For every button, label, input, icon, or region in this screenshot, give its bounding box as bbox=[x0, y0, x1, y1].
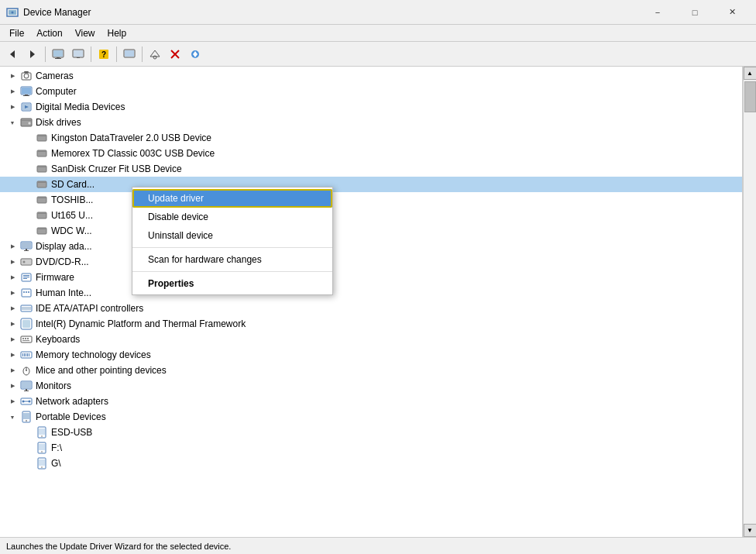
tree-expand-digital-media[interactable]: ▶ bbox=[6, 101, 19, 113]
context-menu-item-properties[interactable]: Properties bbox=[132, 274, 332, 293]
context-menu-item-disable-device[interactable]: Disable device bbox=[132, 208, 332, 226]
tree-expand-ide-ata[interactable]: ▶ bbox=[6, 302, 19, 315]
svg-rect-39 bbox=[38, 167, 46, 167]
svg-rect-82 bbox=[22, 382, 31, 388]
toolbar-remove-btn[interactable] bbox=[166, 45, 184, 64]
tree-expand-computer[interactable]: ▶ bbox=[6, 85, 19, 98]
svg-rect-35 bbox=[38, 136, 46, 136]
tree-icon-computer bbox=[20, 85, 33, 98]
toolbar-help-btn[interactable]: ? bbox=[94, 45, 113, 64]
device-tree[interactable]: ▶Cameras▶Computer▶Digital Media Devices▼… bbox=[0, 67, 743, 537]
maximize-button[interactable]: □ bbox=[677, 2, 713, 23]
tree-label-wdc: WDC W... bbox=[51, 225, 92, 236]
tree-item-sdcard[interactable]: SD Card... bbox=[0, 177, 742, 192]
scroll-down-btn[interactable]: ▼ bbox=[744, 524, 757, 537]
toolbar-sep-2 bbox=[91, 46, 91, 62]
tree-item-intel-dynamic[interactable]: ▶Intel(R) Dynamic Platform and Thermal F… bbox=[0, 316, 742, 332]
context-menu-item-update-driver[interactable]: Update driver bbox=[132, 189, 332, 208]
tree-expand-keyboards[interactable]: ▶ bbox=[6, 333, 19, 346]
tree-expand-monitors[interactable]: ▶ bbox=[6, 380, 19, 392]
tree-item-toshib[interactable]: TOSHIB... bbox=[0, 192, 742, 208]
tree-expand-firmware[interactable]: ▶ bbox=[6, 271, 19, 284]
svg-rect-8 bbox=[55, 58, 61, 59]
toolbar-btn-3[interactable] bbox=[49, 45, 67, 64]
tree-label-kingston: Kingston DataTraveler 2.0 USB Device bbox=[51, 132, 211, 143]
menu-bar: File Action View Help bbox=[0, 25, 756, 42]
minimize-button[interactable]: − bbox=[640, 2, 675, 23]
svg-rect-50 bbox=[26, 249, 27, 250]
tree-expand-cameras[interactable]: ▶ bbox=[6, 70, 19, 82]
svg-point-88 bbox=[29, 401, 31, 403]
tree-expand-dvdcd[interactable]: ▶ bbox=[6, 256, 19, 268]
tree-item-g-drive[interactable]: G\ bbox=[0, 456, 742, 471]
menu-view[interactable]: View bbox=[69, 26, 101, 40]
tree-item-memory-tech[interactable]: ▶Memory technology devices bbox=[0, 347, 742, 363]
tree-item-monitors[interactable]: ▶Monitors bbox=[0, 378, 742, 394]
toolbar-sep-3 bbox=[116, 46, 117, 62]
tree-label-cameras: Cameras bbox=[36, 71, 74, 81]
context-menu-item-uninstall-device[interactable]: Uninstall device bbox=[132, 226, 332, 245]
tree-item-display-ada[interactable]: ▶Display ada... bbox=[0, 239, 742, 254]
tree-item-wdc[interactable]: WDC W... bbox=[0, 223, 742, 239]
scroll-up-btn[interactable]: ▲ bbox=[744, 67, 757, 80]
toolbar-btn-4[interactable] bbox=[69, 45, 88, 64]
tree-item-disk-drives[interactable]: ▼Disk drives bbox=[0, 115, 742, 130]
tree-expand-network[interactable]: ▶ bbox=[6, 395, 19, 408]
tree-item-keyboards[interactable]: ▶Keyboards bbox=[0, 332, 742, 347]
tree-expand-memory-tech[interactable]: ▶ bbox=[6, 349, 19, 361]
menu-help[interactable]: Help bbox=[101, 26, 133, 40]
context-menu-item-scan-hardware[interactable]: Scan for hardware changes bbox=[132, 250, 332, 269]
svg-rect-74 bbox=[24, 353, 25, 356]
tree-expand-human-interface[interactable]: ▶ bbox=[6, 287, 19, 299]
tree-item-dvdcd[interactable]: ▶DVD/CD-R... bbox=[0, 254, 742, 270]
menu-file[interactable]: File bbox=[3, 26, 30, 40]
tree-item-esd-usb[interactable]: ESD-USB bbox=[0, 425, 742, 440]
forward-button[interactable] bbox=[23, 45, 42, 64]
main-area: ▶Cameras▶Computer▶Digital Media Devices▼… bbox=[0, 67, 756, 537]
svg-point-54 bbox=[23, 261, 26, 263]
tree-item-human-interface[interactable]: ▶Human Inte... bbox=[0, 285, 742, 301]
svg-rect-57 bbox=[23, 277, 29, 277]
svg-rect-93 bbox=[39, 428, 45, 435]
close-button[interactable]: ✕ bbox=[714, 2, 750, 23]
scrollbar[interactable]: ▲ ▼ bbox=[743, 67, 756, 537]
tree-item-firmware[interactable]: ▶Firmware bbox=[0, 270, 742, 285]
svg-rect-70 bbox=[27, 338, 29, 339]
svg-rect-43 bbox=[38, 198, 46, 198]
menu-action[interactable]: Action bbox=[30, 26, 68, 40]
tree-item-ut165[interactable]: Ut165 U... bbox=[0, 208, 742, 223]
tree-item-portable[interactable]: ▼Portable Devices bbox=[0, 409, 742, 425]
svg-rect-75 bbox=[26, 353, 26, 356]
tree-label-memorex: Memorex TD Classic 003C USB Device bbox=[51, 148, 215, 159]
tree-label-computer: Computer bbox=[36, 86, 77, 97]
tree-expand-disk-drives[interactable]: ▼ bbox=[6, 116, 19, 129]
svg-rect-49 bbox=[22, 243, 31, 248]
tree-icon-human-interface bbox=[20, 287, 33, 299]
tree-expand-intel-dynamic[interactable]: ▶ bbox=[6, 318, 19, 330]
tree-expand-display-ada[interactable]: ▶ bbox=[6, 240, 19, 253]
svg-rect-64 bbox=[22, 307, 31, 310]
tree-item-ide-ata[interactable]: ▶IDE ATA/ATAPI controllers bbox=[0, 301, 742, 316]
tree-item-digital-media[interactable]: ▶Digital Media Devices bbox=[0, 99, 742, 115]
tree-item-f-drive[interactable]: F:\ bbox=[0, 440, 742, 456]
tree-item-kingston[interactable]: Kingston DataTraveler 2.0 USB Device bbox=[0, 130, 742, 146]
back-button[interactable] bbox=[3, 45, 22, 64]
toolbar-screen-btn[interactable] bbox=[120, 45, 139, 64]
scroll-thumb[interactable] bbox=[744, 81, 756, 112]
svg-point-94 bbox=[41, 435, 43, 437]
svg-rect-23 bbox=[24, 71, 29, 73]
svg-point-22 bbox=[24, 74, 29, 78]
svg-rect-73 bbox=[22, 353, 23, 356]
tree-label-portable: Portable Devices bbox=[36, 411, 106, 422]
toolbar-update-btn[interactable] bbox=[186, 45, 204, 64]
tree-item-cameras[interactable]: ▶Cameras bbox=[0, 68, 742, 84]
tree-item-sandisk[interactable]: SanDisk Cruzer Fit USB Device bbox=[0, 161, 742, 177]
tree-expand-mice[interactable]: ▶ bbox=[6, 364, 19, 377]
svg-point-97 bbox=[41, 451, 43, 452]
tree-item-computer[interactable]: ▶Computer bbox=[0, 84, 742, 99]
tree-expand-portable[interactable]: ▼ bbox=[6, 411, 19, 423]
tree-item-memorex[interactable]: Memorex TD Classic 003C USB Device bbox=[0, 146, 742, 161]
tree-item-network[interactable]: ▶Network adapters bbox=[0, 394, 742, 409]
tree-item-mice[interactable]: ▶Mice and other pointing devices bbox=[0, 363, 742, 378]
toolbar-add-btn[interactable] bbox=[146, 45, 164, 64]
